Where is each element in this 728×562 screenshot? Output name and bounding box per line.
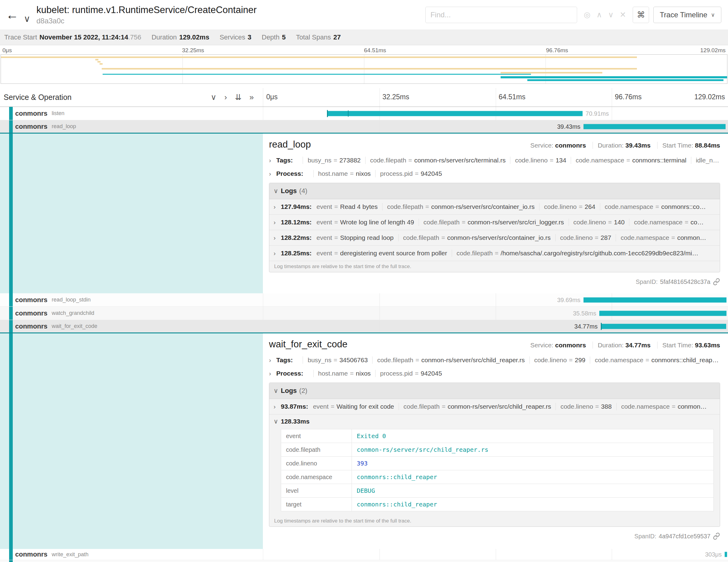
chevron-down-icon: ∨ bbox=[274, 387, 281, 394]
log-fields-table: eventExited 0 code.filepathconmon-rs/ser… bbox=[281, 429, 714, 511]
chevron-right-icon[interactable]: › bbox=[274, 219, 281, 226]
span-name-cell[interactable]: conmonrs read_loop_stdin bbox=[0, 293, 263, 306]
prev-match-icon[interactable]: ∧ bbox=[597, 10, 602, 19]
process-row[interactable]: › Process: host.name=nixos process.pid=9… bbox=[269, 168, 720, 179]
log-entry[interactable]: › 127.94ms: event=Read 4 bytes code.file… bbox=[269, 199, 720, 215]
trace-minimap[interactable] bbox=[1, 54, 727, 84]
operation-name: read_loop_stdin bbox=[52, 297, 90, 303]
service-operation-title: Service & Operation bbox=[4, 93, 72, 102]
span-timeline-cell: 35.58ms bbox=[263, 307, 728, 320]
copy-link-icon[interactable] bbox=[713, 533, 720, 540]
expand-one-icon[interactable]: › bbox=[224, 93, 227, 102]
logs-label: Logs bbox=[281, 187, 297, 195]
timeline-ruler: 0μs 32.25ms 64.51ms 96.76ms 129.02ms bbox=[263, 88, 728, 107]
chevron-right-icon[interactable]: › bbox=[269, 170, 276, 177]
span-detail-wait-for-exit-code: wait_for_exit_code Service: conmonrs Dur… bbox=[0, 333, 728, 549]
chevron-right-icon[interactable]: › bbox=[269, 356, 276, 364]
span-bar[interactable] bbox=[583, 297, 727, 302]
detail-span-title: wait_for_exit_code bbox=[269, 339, 348, 350]
service-name: conmonrs bbox=[15, 322, 47, 330]
span-bar[interactable] bbox=[327, 111, 583, 116]
chevron-right-icon[interactable]: › bbox=[274, 250, 281, 257]
log-entry[interactable]: › 128.22ms: event=Stopping read loop cod… bbox=[269, 230, 720, 246]
logs-header[interactable]: ∨ Logs (2) bbox=[269, 383, 720, 399]
logs-section: ∨ Logs (2) › 93.87ms: event=Waiting for … bbox=[269, 383, 720, 527]
minimap-tick-labels: 0μs 32.25ms 64.51ms 96.76ms 129.02ms bbox=[0, 45, 728, 54]
span-row-write-exit-path[interactable]: conmonrs write_exit_path 303μs bbox=[0, 549, 728, 560]
span-row-listen[interactable]: conmonrs listen 70.91ms bbox=[0, 107, 728, 120]
process-row[interactable]: › Process: host.name=nixos process.pid=9… bbox=[269, 368, 720, 379]
logs-header[interactable]: ∨ Logs (4) bbox=[269, 183, 720, 199]
span-name-cell[interactable]: conmonrs watch_grandchild bbox=[0, 307, 263, 320]
span-duration-label: 39.43ms bbox=[557, 123, 580, 130]
span-duration-label: 70.91ms bbox=[586, 110, 609, 117]
span-name-cell[interactable]: conmonrs wait_for_exit_code bbox=[0, 320, 263, 332]
log-entry[interactable]: › 93.87ms: event=Waiting for exit code c… bbox=[269, 399, 720, 414]
span-bar[interactable] bbox=[601, 324, 726, 329]
span-name-cell[interactable]: conmonrs read_loop bbox=[0, 120, 263, 133]
log-entry[interactable]: › 128.12ms: event=Wrote log line of leng… bbox=[269, 215, 720, 230]
span-name-cell[interactable]: conmonrs listen bbox=[0, 107, 263, 120]
chevron-right-icon[interactable]: › bbox=[274, 203, 281, 210]
total-spans-item: Total Spans27 bbox=[296, 33, 341, 41]
next-match-icon[interactable]: ∨ bbox=[608, 10, 614, 19]
log-entry[interactable]: › 128.25ms: event=deregistering event so… bbox=[269, 246, 720, 261]
find-input[interactable] bbox=[426, 11, 577, 19]
minimap-tick: 0μs bbox=[2, 47, 12, 54]
expanded-log-header[interactable]: ∨ 128.33ms bbox=[269, 414, 720, 428]
span-row-watch-grandchild[interactable]: conmonrs watch_grandchild 35.58ms bbox=[0, 307, 728, 320]
partial-next-row bbox=[0, 560, 728, 562]
table-row: levelDEBUG bbox=[281, 484, 714, 498]
minimap-tick: 129.02ms bbox=[700, 47, 726, 54]
expand-all-icon[interactable]: » bbox=[250, 93, 254, 102]
span-row-read-loop-stdin[interactable]: conmonrs read_loop_stdin 39.69ms bbox=[0, 293, 728, 307]
trace-start-item: Trace StartNovember 15 2022, 11:24:14.75… bbox=[4, 33, 141, 41]
span-duration-label: 34.77ms bbox=[574, 323, 598, 330]
service-color-stripe bbox=[9, 333, 13, 549]
collapse-one-icon[interactable]: ∨ bbox=[211, 93, 216, 102]
service-color-stripe bbox=[9, 107, 13, 120]
chevron-right-icon[interactable]: › bbox=[274, 403, 281, 410]
collapse-all-icon[interactable]: ⇊ bbox=[235, 93, 242, 102]
depth-item: Depth5 bbox=[262, 33, 286, 41]
span-timeline-cell: 39.43ms bbox=[263, 120, 728, 133]
keyboard-shortcuts-button[interactable]: ⌘ bbox=[633, 7, 649, 23]
chevron-down-icon: ∨ bbox=[274, 418, 281, 425]
service-name: conmonrs bbox=[15, 110, 47, 118]
table-row: code.lineno393 bbox=[281, 457, 714, 470]
tags-row[interactable]: › Tags: busy_ns=34506763 code.filepath=c… bbox=[269, 355, 720, 366]
focus-match-icon[interactable]: ◎ bbox=[584, 10, 590, 19]
detail-content: read_loop Service: conmonrs Duration: 39… bbox=[263, 134, 728, 293]
find-box bbox=[425, 7, 577, 23]
minimap-root-span bbox=[1, 56, 637, 58]
chevron-right-icon[interactable]: › bbox=[274, 234, 281, 241]
service-color-stripe bbox=[9, 134, 13, 293]
minimap-tick: 96.76ms bbox=[546, 47, 568, 54]
clear-search-icon[interactable]: ✕ bbox=[620, 10, 626, 19]
trace-timeline-dropdown[interactable]: Trace Timeline ∨ bbox=[653, 7, 721, 23]
copy-link-icon[interactable] bbox=[713, 278, 720, 285]
span-bar[interactable] bbox=[583, 124, 726, 129]
detail-meta: Service: conmonrs Duration: 39.43ms Star… bbox=[530, 142, 720, 149]
span-id-row: SpanID: 4a947cfd1ce59537 bbox=[269, 532, 720, 541]
back-button[interactable]: ← bbox=[4, 6, 21, 23]
logs-label: Logs bbox=[281, 387, 297, 395]
collapse-trace-header-icon[interactable]: ∨ bbox=[24, 13, 30, 24]
header-actions: ◎ ∧ ∨ ✕ ⌘ Trace Timeline ∨ bbox=[425, 7, 721, 23]
span-row-read-loop[interactable]: conmonrs read_loop 39.43ms bbox=[0, 120, 728, 134]
minimap-span bbox=[102, 68, 637, 70]
minimap-tick: 32.25ms bbox=[182, 47, 204, 54]
expand-collapse-controls: ∨ › ⇊ » bbox=[211, 93, 254, 102]
tags-row[interactable]: › Tags: busy_ns=273882 code.filepath=con… bbox=[269, 155, 720, 166]
find-controls: ◎ ∧ ∨ ✕ bbox=[581, 10, 628, 19]
span-id-value: 4a947cfd1ce59537 bbox=[659, 533, 710, 540]
chevron-right-icon[interactable]: › bbox=[269, 370, 276, 377]
span-row-wait-for-exit-code[interactable]: conmonrs wait_for_exit_code 34.77ms bbox=[0, 320, 728, 333]
logs-count: (2) bbox=[299, 387, 308, 395]
span-duration-label: 303μs bbox=[705, 551, 722, 558]
span-bar[interactable] bbox=[599, 311, 726, 316]
operation-name: write_exit_path bbox=[52, 551, 88, 558]
chevron-right-icon[interactable]: › bbox=[269, 157, 276, 164]
span-name-cell[interactable]: conmonrs write_exit_path bbox=[0, 549, 263, 560]
span-bar[interactable] bbox=[725, 552, 727, 557]
